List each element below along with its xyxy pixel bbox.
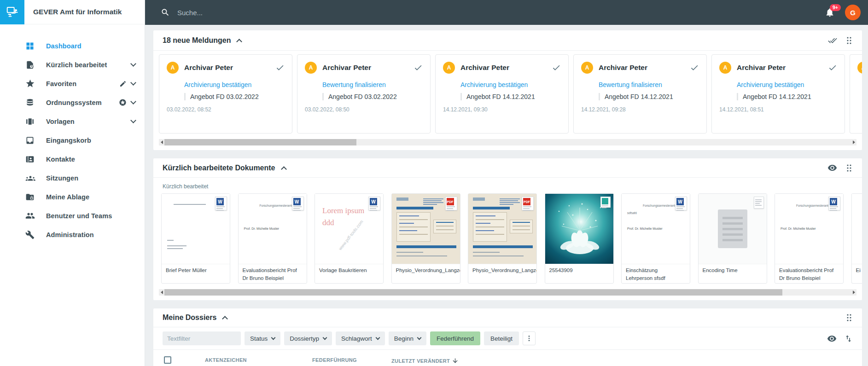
word-file-icon: W bbox=[675, 197, 687, 210]
document-card-partial[interactable]: Ei bbox=[851, 193, 862, 284]
user-avatar[interactable]: G bbox=[845, 5, 861, 20]
document-thumbnail bbox=[852, 194, 862, 264]
collapse-chevron-icon[interactable] bbox=[237, 39, 243, 45]
document-card[interactable]: Encoding Time bbox=[698, 193, 767, 284]
sidebar-item-eingangskorb[interactable]: Eingangskorb bbox=[0, 131, 145, 150]
drag-handle-icon[interactable] bbox=[845, 314, 853, 322]
sidebar-item-administration[interactable]: Administration bbox=[0, 225, 145, 244]
column-zuletzt-veraendert[interactable]: ZULETZT VERÄNDERT bbox=[391, 357, 459, 364]
filter-dropdown-dossiertyp[interactable]: Dossiertyp bbox=[284, 331, 332, 345]
meldung-card[interactable]: A Archivar Peter Archivierung bestätigen… bbox=[711, 54, 845, 134]
document-thumbnail: PDF bbox=[468, 194, 536, 264]
sidebar-item-sitzungen[interactable]: Sitzungen bbox=[0, 168, 145, 187]
scrollbar-thumb[interactable] bbox=[164, 289, 782, 296]
scrollbar-thumb[interactable] bbox=[164, 139, 356, 145]
document-title: Evaluationsbericht Prof Dr Bruno Beispie… bbox=[775, 264, 843, 283]
drag-handle-icon[interactable] bbox=[845, 36, 853, 45]
topbar: 9+ G bbox=[145, 0, 868, 25]
sidebar-item-benutzer-und-teams[interactable]: Benutzer und Teams bbox=[0, 206, 145, 225]
more-vert-icon bbox=[525, 335, 533, 342]
sidebar-item-ordnungssystem[interactable]: Ordnungssystem bbox=[0, 93, 145, 112]
sender-avatar: A bbox=[167, 62, 179, 74]
sidebar-item-favoriten[interactable]: Favoriten bbox=[0, 74, 145, 93]
sidebar-item-kontakte[interactable]: Kontakte bbox=[0, 150, 145, 168]
column-aktenzeichen[interactable]: AKTENZEICHEN bbox=[205, 357, 247, 363]
folder-lock-icon bbox=[25, 192, 35, 202]
sender-avatar: A bbox=[443, 62, 455, 74]
document-card[interactable]: 25543909 bbox=[545, 193, 614, 284]
gever-logo-icon bbox=[6, 5, 19, 19]
textfilter-input[interactable] bbox=[163, 331, 241, 345]
templates-icon bbox=[25, 116, 35, 127]
filter-dropdown-status[interactable]: Status bbox=[245, 331, 280, 345]
meldung-card[interactable]: A Archivar Peter Bewertung finalisieren … bbox=[297, 54, 431, 134]
sort-descending-arrow-icon[interactable] bbox=[452, 357, 459, 364]
sidebar-item-meine-ablage[interactable]: Meine Ablage bbox=[0, 187, 145, 206]
meldung-card[interactable]: A Archivar Peter Archivierung bestätigen… bbox=[159, 54, 292, 134]
chevron-down-icon[interactable] bbox=[130, 117, 136, 123]
task-link[interactable]: Bewertung finalisieren bbox=[599, 81, 699, 88]
document-card[interactable]: Forschungssemesterantr Prof. Dr. Michell… bbox=[775, 193, 844, 284]
filter-toggle-beteiligt[interactable]: Beteiligt bbox=[484, 331, 519, 345]
document-card[interactable]: PDF Physio_Verordnung_Langzeit_V2 bbox=[468, 193, 537, 284]
chevron-down-icon[interactable] bbox=[130, 61, 136, 67]
chevron-down-icon bbox=[417, 336, 421, 340]
document-card[interactable]: Forschungssemesterantr Prof. Dr. Michell… bbox=[238, 193, 307, 284]
visibility-icon[interactable] bbox=[827, 163, 837, 173]
app-logo[interactable] bbox=[0, 0, 24, 24]
filter-dropdown-beginn[interactable]: Beginn bbox=[389, 331, 426, 345]
select-all-checkbox[interactable] bbox=[164, 356, 171, 364]
sort-swap-vert-icon[interactable] bbox=[844, 334, 853, 343]
chevron-down-icon[interactable] bbox=[130, 99, 136, 105]
meldungen-section: 18 neue Meldungen A Archivar Peter Archi… bbox=[153, 30, 862, 150]
drag-handle-icon[interactable] bbox=[845, 164, 853, 172]
meldung-card-partial[interactable]: A bbox=[850, 54, 862, 134]
document-title: Brief Peter Müller bbox=[162, 264, 230, 283]
scrollbar-track[interactable] bbox=[164, 289, 851, 296]
meldung-card[interactable]: A Archivar Peter Bewertung finalisieren … bbox=[573, 54, 707, 134]
column-federfuehrung[interactable]: FEDERFÜHRUNG bbox=[312, 357, 357, 363]
mark-read-check-icon[interactable] bbox=[690, 63, 699, 72]
mark-all-read-icon[interactable] bbox=[828, 36, 837, 45]
mark-read-check-icon[interactable] bbox=[414, 63, 423, 72]
meldungen-header: 18 neue Meldungen bbox=[153, 30, 862, 51]
scroll-right-arrow[interactable] bbox=[851, 289, 856, 296]
more-filters-button[interactable] bbox=[523, 331, 536, 345]
dossiers-title: Meine Dossiers bbox=[163, 314, 216, 322]
sidebar-item-kuerzlich-bearbeitet[interactable]: Kürzlich bearbeitet bbox=[0, 55, 145, 74]
filter-dropdown-schlagwort[interactable]: Schlagwort bbox=[336, 331, 385, 345]
visibility-icon[interactable] bbox=[827, 334, 837, 343]
scroll-left-arrow[interactable] bbox=[159, 289, 164, 296]
star-circle-icon[interactable] bbox=[119, 99, 127, 106]
sender-name: Archivar Peter bbox=[599, 64, 647, 72]
edit-pencil-icon[interactable] bbox=[119, 80, 127, 87]
document-card[interactable]: Forschungssemesterantr sdfsafd Prof. Dr.… bbox=[621, 193, 690, 284]
collapse-chevron-icon[interactable] bbox=[222, 316, 228, 322]
document-card[interactable]: Lorem ipsum ddd www.pdf-tools.com W Vorl… bbox=[315, 193, 384, 284]
sidebar-item-vorlagen[interactable]: Vorlagen bbox=[0, 112, 145, 131]
task-link[interactable]: Archivierung bestätigen bbox=[737, 81, 837, 88]
task-link[interactable]: Bewertung finalisieren bbox=[322, 81, 423, 88]
recent-document-icon bbox=[25, 60, 35, 70]
document-placeholder-thumbnail bbox=[699, 194, 767, 264]
meldungen-card-list: A Archivar Peter Archivierung bestätigen… bbox=[153, 51, 862, 134]
filter-toggle-federfuehrend[interactable]: Federführend bbox=[430, 331, 480, 345]
document-card[interactable]: W Brief Peter Müller bbox=[161, 193, 230, 284]
notifications-button[interactable]: 9+ bbox=[825, 7, 835, 17]
sender-name: Archivar Peter bbox=[184, 64, 233, 72]
scrollbar-track[interactable] bbox=[164, 139, 851, 145]
mark-read-check-icon[interactable] bbox=[552, 63, 561, 72]
document-thumbnail: Forschungssemesterantr Prof. Dr. Michell… bbox=[775, 194, 843, 264]
scroll-right-arrow[interactable] bbox=[851, 139, 856, 145]
task-link[interactable]: Archivierung bestätigen bbox=[184, 81, 285, 88]
sidebar-item-dashboard[interactable]: Dashboard bbox=[0, 36, 145, 55]
meldung-card[interactable]: A Archivar Peter Archivierung bestätigen… bbox=[435, 54, 569, 134]
task-link[interactable]: Archivierung bestätigen bbox=[460, 81, 561, 88]
scroll-left-arrow[interactable] bbox=[159, 139, 164, 145]
chevron-down-icon[interactable] bbox=[130, 80, 136, 86]
mark-read-check-icon[interactable] bbox=[275, 63, 285, 72]
collapse-chevron-icon[interactable] bbox=[281, 166, 287, 172]
document-card[interactable]: PDF Physio_Verordnung_Langzeit_V2 bbox=[391, 193, 460, 284]
mark-read-check-icon[interactable] bbox=[828, 63, 837, 72]
search-input[interactable] bbox=[176, 8, 453, 17]
